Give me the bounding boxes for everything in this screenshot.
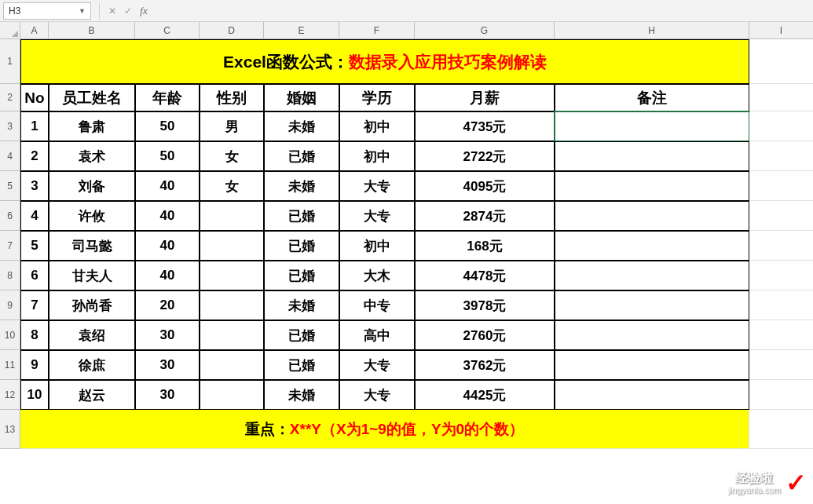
data-cell-12-5[interactable]: 大专 xyxy=(339,380,415,410)
row-header-2[interactable]: 2 xyxy=(0,84,20,111)
data-cell-3-2[interactable]: 50 xyxy=(135,111,200,141)
data-cell-3-1[interactable]: 鲁肃 xyxy=(49,111,135,141)
data-cell-11-2[interactable]: 30 xyxy=(135,350,200,380)
data-cell-10-3[interactable] xyxy=(200,320,264,350)
row-header-10[interactable]: 10 xyxy=(0,320,20,350)
data-cell-4-2[interactable]: 50 xyxy=(135,141,200,171)
data-cell-9-4[interactable]: 未婚 xyxy=(264,290,339,320)
header-5[interactable]: 学历 xyxy=(339,84,415,111)
data-cell-9-1[interactable]: 孙尚香 xyxy=(49,290,135,320)
formula-input[interactable] xyxy=(152,2,810,20)
cell-I11[interactable] xyxy=(749,350,813,380)
row-header-1[interactable]: 1 xyxy=(0,39,20,84)
data-cell-3-6[interactable]: 4735元 xyxy=(415,111,555,141)
data-cell-11-0[interactable]: 9 xyxy=(20,350,49,380)
data-cell-6-4[interactable]: 已婚 xyxy=(264,201,339,231)
data-cell-8-2[interactable]: 40 xyxy=(135,261,200,290)
data-cell-11-3[interactable] xyxy=(200,350,264,380)
header-1[interactable]: 员工姓名 xyxy=(49,84,135,111)
col-header-A[interactable]: A xyxy=(20,22,49,39)
data-cell-9-5[interactable]: 中专 xyxy=(339,290,415,320)
data-cell-5-5[interactable]: 大专 xyxy=(339,171,415,201)
data-cell-5-4[interactable]: 未婚 xyxy=(264,171,339,201)
cell-I4[interactable] xyxy=(749,141,813,171)
header-7[interactable]: 备注 xyxy=(555,84,749,111)
data-cell-7-6[interactable]: 168元 xyxy=(415,231,555,261)
cell-I13[interactable] xyxy=(749,410,813,449)
data-cell-12-0[interactable]: 10 xyxy=(20,380,49,410)
data-cell-10-6[interactable]: 2760元 xyxy=(415,320,555,350)
cell-I1[interactable] xyxy=(749,39,813,84)
data-cell-8-1[interactable]: 甘夫人 xyxy=(49,261,135,290)
select-all-corner[interactable] xyxy=(0,22,20,39)
data-cell-9-3[interactable] xyxy=(200,290,264,320)
data-cell-6-6[interactable]: 2874元 xyxy=(415,201,555,231)
data-cell-10-2[interactable]: 30 xyxy=(135,320,200,350)
data-cell-11-4[interactable]: 已婚 xyxy=(264,350,339,380)
data-cell-8-3[interactable] xyxy=(200,261,264,290)
row-header-4[interactable]: 4 xyxy=(0,141,20,171)
data-cell-8-0[interactable]: 6 xyxy=(20,261,49,290)
data-cell-7-1[interactable]: 司马懿 xyxy=(49,231,135,261)
cell-I7[interactable] xyxy=(749,231,813,261)
footer-cell[interactable]: 重点：X**Y（X为1~9的值，Y为0的个数） xyxy=(20,410,749,449)
data-cell-4-5[interactable]: 初中 xyxy=(339,141,415,171)
data-cell-12-4[interactable]: 未婚 xyxy=(264,380,339,410)
data-cell-10-4[interactable]: 已婚 xyxy=(264,320,339,350)
data-cell-9-7[interactable] xyxy=(555,290,749,320)
data-cell-3-0[interactable]: 1 xyxy=(20,111,49,141)
row-header-3[interactable]: 3 xyxy=(0,111,20,141)
data-cell-8-5[interactable]: 大木 xyxy=(339,261,415,290)
cell-I8[interactable] xyxy=(749,261,813,290)
data-cell-9-2[interactable]: 20 xyxy=(135,290,200,320)
cell-I6[interactable] xyxy=(749,201,813,231)
row-header-5[interactable]: 5 xyxy=(0,171,20,201)
data-cell-6-3[interactable] xyxy=(200,201,264,231)
data-cell-4-4[interactable]: 已婚 xyxy=(264,141,339,171)
data-cell-3-5[interactable]: 初中 xyxy=(339,111,415,141)
row-header-7[interactable]: 7 xyxy=(0,231,20,261)
col-header-I[interactable]: I xyxy=(749,22,813,39)
cell-I9[interactable] xyxy=(749,290,813,320)
data-cell-5-3[interactable]: 女 xyxy=(200,171,264,201)
row-header-12[interactable]: 12 xyxy=(0,380,20,410)
data-cell-4-6[interactable]: 2722元 xyxy=(415,141,555,171)
data-cell-6-7[interactable] xyxy=(555,201,749,231)
data-cell-10-5[interactable]: 高中 xyxy=(339,320,415,350)
fx-button[interactable]: fx xyxy=(136,3,152,19)
cell-I10[interactable] xyxy=(749,320,813,350)
data-cell-5-6[interactable]: 4095元 xyxy=(415,171,555,201)
data-cell-12-1[interactable]: 赵云 xyxy=(49,380,135,410)
data-cell-4-0[interactable]: 2 xyxy=(20,141,49,171)
data-cell-7-7[interactable] xyxy=(555,231,749,261)
data-cell-8-6[interactable]: 4478元 xyxy=(415,261,555,290)
data-cell-9-0[interactable]: 7 xyxy=(20,290,49,320)
chevron-down-icon[interactable]: ▼ xyxy=(79,7,86,15)
data-cell-6-1[interactable]: 许攸 xyxy=(49,201,135,231)
row-header-13[interactable]: 13 xyxy=(0,410,20,449)
data-cell-5-7[interactable] xyxy=(555,171,749,201)
data-cell-9-6[interactable]: 3978元 xyxy=(415,290,555,320)
confirm-button[interactable]: ✓ xyxy=(120,3,136,19)
data-cell-4-3[interactable]: 女 xyxy=(200,141,264,171)
data-cell-11-7[interactable] xyxy=(555,350,749,380)
data-cell-5-2[interactable]: 40 xyxy=(135,171,200,201)
data-cell-12-2[interactable]: 30 xyxy=(135,380,200,410)
col-header-H[interactable]: H xyxy=(555,22,749,39)
data-cell-10-1[interactable]: 袁绍 xyxy=(49,320,135,350)
col-header-G[interactable]: G xyxy=(415,22,555,39)
data-cell-7-3[interactable] xyxy=(200,231,264,261)
header-3[interactable]: 性别 xyxy=(200,84,264,111)
data-cell-7-4[interactable]: 已婚 xyxy=(264,231,339,261)
col-header-F[interactable]: F xyxy=(339,22,415,39)
header-0[interactable]: No xyxy=(20,84,49,111)
data-cell-4-7[interactable] xyxy=(555,141,749,171)
name-box[interactable]: H3 ▼ xyxy=(3,2,91,20)
row-header-8[interactable]: 8 xyxy=(0,261,20,290)
data-cell-11-1[interactable]: 徐庶 xyxy=(49,350,135,380)
col-header-D[interactable]: D xyxy=(200,22,264,39)
header-4[interactable]: 婚姻 xyxy=(264,84,339,111)
col-header-E[interactable]: E xyxy=(264,22,339,39)
col-header-B[interactable]: B xyxy=(49,22,135,39)
data-cell-8-7[interactable] xyxy=(555,261,749,290)
